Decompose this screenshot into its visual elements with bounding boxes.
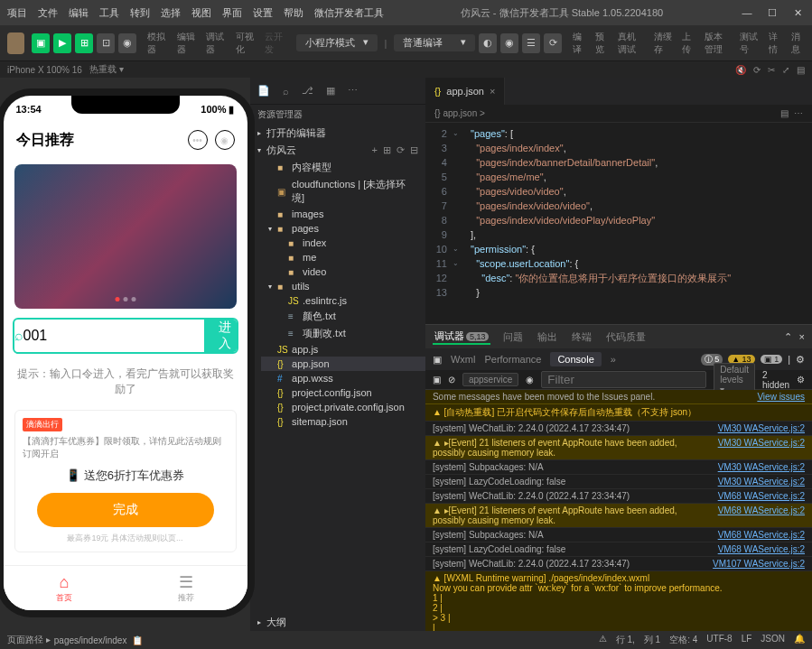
- cloud-label[interactable]: 云开发: [265, 31, 285, 56]
- log-row[interactable]: [system] Subpackages: N/AVM68 WAService.…: [425, 528, 812, 542]
- clear-console-icon[interactable]: ⊘: [448, 375, 455, 385]
- explorer-tab-git[interactable]: ⎇: [298, 81, 317, 100]
- play-button[interactable]: ▶: [53, 33, 71, 53]
- testid-button[interactable]: 测试号: [740, 31, 760, 56]
- detail-button[interactable]: 详情: [769, 31, 782, 56]
- log-row[interactable]: [system] Subpackages: N/AVM30 WAService.…: [425, 460, 812, 475]
- console-tab[interactable]: Console: [550, 352, 601, 366]
- simulator-label[interactable]: 模拟器: [147, 31, 167, 56]
- output-tab[interactable]: 输出: [536, 330, 559, 344]
- menu-设置[interactable]: 设置: [253, 6, 273, 20]
- log-row[interactable]: Some messages have been moved to the Iss…: [425, 390, 812, 404]
- log-row[interactable]: [system] WeChatLib: 2.24.0 (2022.4.17 23…: [425, 422, 812, 436]
- file-index[interactable]: ■ index: [261, 236, 425, 250]
- problems-tab[interactable]: 问题: [501, 330, 525, 344]
- panel-close-icon[interactable]: ×: [799, 331, 805, 343]
- status-warn-icon[interactable]: ⚠: [599, 634, 607, 646]
- file-sitemap.json[interactable]: {} sitemap.json: [261, 414, 425, 429]
- new-file-icon[interactable]: +: [371, 144, 377, 156]
- explorer-tab-files[interactable]: 📄: [254, 81, 274, 100]
- more-icon[interactable]: •••: [188, 130, 208, 150]
- console-more[interactable]: »: [611, 354, 616, 365]
- split-icon[interactable]: ▤: [780, 108, 789, 118]
- new-folder-icon[interactable]: ⊞: [383, 144, 391, 156]
- close-tab-icon[interactable]: ×: [490, 86, 495, 97]
- debugger-tab[interactable]: 调试器5,13: [433, 329, 491, 345]
- mode-select[interactable]: 小程序模式▾: [296, 34, 378, 51]
- console-gear-icon[interactable]: ⚙: [797, 375, 805, 385]
- explorer-tab-search[interactable]: ⌕: [279, 82, 293, 100]
- file-内容模型[interactable]: ■ 内容模型: [261, 159, 425, 176]
- outline-section[interactable]: ▸大纲: [250, 614, 425, 631]
- log-row[interactable]: [system] LazyCodeLoading: falseVM30 WASe…: [425, 475, 812, 489]
- menu-帮助[interactable]: 帮助: [284, 6, 303, 20]
- menu-项目[interactable]: 项目: [7, 6, 27, 20]
- menu-视图[interactable]: 视图: [191, 6, 211, 20]
- run-button[interactable]: ▣: [32, 33, 50, 53]
- bell-icon[interactable]: 🔔: [794, 634, 805, 646]
- log-row[interactable]: [system] WeChatLib: 2.24.0 (2022.4.17 23…: [425, 557, 812, 571]
- menu-选择[interactable]: 选择: [161, 6, 181, 20]
- code-editor[interactable]: 2345678910111213 ⌄ ⌄⌄ "pages": [ "pages/…: [425, 123, 812, 324]
- stop-button[interactable]: ⊡: [97, 33, 115, 53]
- eye-icon[interactable]: ◉: [526, 375, 534, 385]
- context-select[interactable]: appservice: [462, 373, 518, 386]
- msg-button[interactable]: 消息: [791, 31, 805, 56]
- quality-tab[interactable]: 代码质量: [604, 330, 648, 344]
- menu-转到[interactable]: 转到: [130, 6, 150, 20]
- debug-button[interactable]: ⊞: [75, 33, 93, 53]
- code-input[interactable]: [23, 320, 204, 352]
- minimize-button[interactable]: —: [740, 7, 754, 19]
- console-settings-icon[interactable]: ⚙: [796, 354, 805, 366]
- tool-3[interactable]: ☰: [522, 33, 540, 53]
- maximize-button[interactable]: ☐: [765, 7, 779, 19]
- console-context-icon[interactable]: ▣: [433, 375, 441, 385]
- menu-工具[interactable]: 工具: [99, 6, 119, 20]
- visual-label[interactable]: 可视化: [236, 31, 256, 56]
- log-row[interactable]: ▲ ▸[Event] 21 listeners of event AppRout…: [425, 436, 812, 460]
- hotreload-select[interactable]: 热重载 ▾: [89, 63, 124, 76]
- sim-reload-icon[interactable]: ⟳: [753, 65, 761, 75]
- console-picker-icon[interactable]: ▣: [433, 354, 442, 366]
- file-app.js[interactable]: JS app.js: [261, 342, 425, 357]
- menu-界面[interactable]: 界面: [222, 6, 242, 20]
- log-row[interactable]: ▲ ▸[Event] 21 listeners of event AppRout…: [425, 504, 812, 528]
- log-row[interactable]: ▲ [WXML Runtime warning] ./pages/index/i…: [425, 571, 812, 631]
- menu-编辑[interactable]: 编辑: [69, 6, 89, 20]
- file-images[interactable]: ■ images: [261, 207, 425, 221]
- terminal-tab[interactable]: 终端: [570, 330, 593, 344]
- enter-button[interactable]: 进入: [204, 320, 238, 352]
- menu-微信开发者工具[interactable]: 微信开发者工具: [314, 6, 384, 20]
- performance-tab[interactable]: Performance: [484, 354, 541, 365]
- tab-home[interactable]: ⌂首页: [4, 566, 126, 610]
- file-utils[interactable]: ▾■ utils: [261, 279, 425, 293]
- breadcrumb[interactable]: {} app.json >: [434, 108, 485, 118]
- copy-path-icon[interactable]: 📋: [132, 635, 143, 645]
- ad-card[interactable]: 滴滴出行 【滴滴打车优惠券】限时领取，详情见此活动规则 订阅开启 📱 送您6折打…: [14, 410, 237, 552]
- explorer-tab-ext[interactable]: ▦: [322, 81, 339, 100]
- err-badge[interactable]: ▣ 1: [761, 355, 783, 364]
- filter-input[interactable]: [541, 371, 706, 388]
- sim-cut-icon[interactable]: ✂: [768, 65, 775, 75]
- tool-4[interactable]: ⟳: [544, 33, 562, 53]
- log-row[interactable]: ▲ [自动热重载] 已开启代码文件保存后自动热重载（不支持 json）: [425, 404, 812, 422]
- sim-mute-icon[interactable]: 🔇: [735, 65, 746, 75]
- target-icon[interactable]: ◉: [215, 130, 235, 150]
- wxml-tab[interactable]: Wxml: [451, 354, 476, 365]
- device-select[interactable]: iPhone X 100% 16: [7, 65, 82, 75]
- file-app.json[interactable]: {} app.json: [261, 357, 425, 371]
- tool-2[interactable]: ◉: [500, 33, 518, 53]
- page-path[interactable]: pages/index/index: [54, 635, 127, 645]
- close-button[interactable]: ✕: [790, 7, 805, 19]
- tab-recommend[interactable]: ☰推荐: [126, 566, 247, 610]
- debugger-label[interactable]: 调试器: [206, 31, 226, 56]
- editor-tab[interactable]: {}app.json×: [425, 78, 505, 105]
- explorer-tab-more[interactable]: ⋯: [344, 81, 361, 100]
- file-cloudfunctions | [未选择环境][interactable]: ▣ cloudfunctions | [未选择环境]: [261, 176, 425, 207]
- file-.eslintrc.js[interactable]: JS .eslintrc.js: [261, 293, 425, 308]
- more-editor-icon[interactable]: ⋯: [794, 108, 803, 118]
- file-项删改.txt[interactable]: ≡ 项删改.txt: [261, 325, 425, 342]
- file-颜色.txt[interactable]: ≡ 颜色.txt: [261, 308, 425, 325]
- complete-button[interactable]: 完成: [37, 493, 214, 527]
- editor-label[interactable]: 编辑器: [177, 31, 197, 56]
